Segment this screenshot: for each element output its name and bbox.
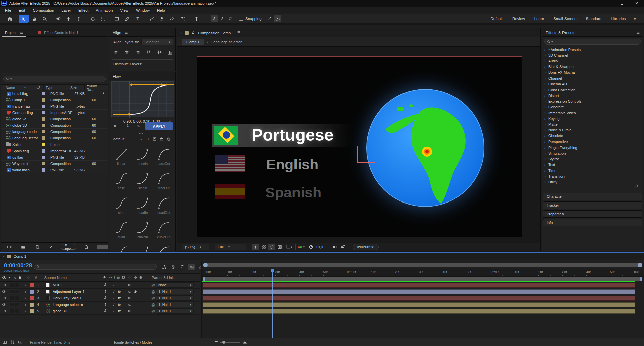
menu-layer[interactable]: Layer — [58, 7, 75, 14]
zoom-dropdown[interactable]: (50%)▾ — [182, 244, 209, 250]
exposure-value[interactable]: +0,0 — [316, 245, 323, 249]
minimize-button[interactable]: – — [600, 0, 614, 7]
rotate-tool[interactable] — [88, 15, 98, 23]
mini-flowchart-icon[interactable] — [161, 264, 168, 270]
preset-sine[interactable]: sine — [111, 196, 132, 215]
project-flowchart-button[interactable] — [97, 245, 108, 249]
language-option-english[interactable]: English — [266, 156, 318, 173]
project-item-spain-flag[interactable]: Spain flagImporterAIDE42 KB — [1, 148, 108, 154]
expander-icon[interactable]: › — [25, 283, 26, 287]
chevron-right-icon[interactable]: › — [544, 174, 548, 178]
home-tool[interactable] — [5, 15, 15, 23]
align-right-button[interactable] — [135, 49, 141, 56]
label-color-swatch[interactable] — [42, 117, 45, 121]
language-option-portugese[interactable]: Portugese — [252, 125, 334, 145]
timeline-tab-close-icon[interactable]: × — [3, 254, 5, 258]
layer-row-language-selector[interactable]: ›4Language selector/fx@1. Null 1▾ — [0, 302, 200, 308]
preset-linear[interactable]: linear — [111, 147, 132, 166]
zoom-fit-icon[interactable] — [214, 340, 218, 344]
label-color-swatch[interactable] — [42, 162, 45, 165]
preset-cubicOut[interactable]: cubicOut — [153, 220, 174, 239]
parent-link-column[interactable]: Parent & Link — [152, 276, 174, 280]
language-option-spanish[interactable]: Spanish — [265, 184, 321, 201]
draft-3d-icon[interactable] — [170, 264, 177, 270]
column-name[interactable]: Name▲ — [1, 85, 34, 90]
delete-item-icon[interactable] — [82, 245, 91, 249]
align-top-button[interactable] — [146, 49, 152, 56]
layer-row-dark-gray-solid-1[interactable]: ›3Dark Gray Solid 1/fx@1. Null 1▾ — [0, 295, 200, 302]
eye-icon[interactable] — [2, 309, 6, 313]
frames-icon[interactable] — [122, 276, 126, 279]
fx-switch-icon[interactable]: fx — [118, 303, 121, 307]
anchor-icon[interactable] — [103, 303, 107, 307]
fx-category-utility[interactable]: ›Utility — [542, 179, 643, 185]
chevron-right-icon[interactable]: › — [544, 65, 548, 69]
fx-category--animation-presets[interactable]: ›* Animation Presets — [542, 47, 643, 52]
project-item-france-flag[interactable]: ▲france flagPNG file…ytes — [1, 103, 108, 110]
fx-category-keying[interactable]: ›Keying — [542, 116, 643, 121]
fx-category-generate[interactable]: ›Generate — [542, 104, 643, 110]
fx-switch-icon[interactable]: fx — [118, 309, 121, 313]
parent-dropdown[interactable]: None▾ — [156, 282, 194, 288]
workspace-small-screen[interactable]: Small Screen — [549, 15, 581, 23]
project-item-comp-1[interactable]: Comp 1Composition60 — [1, 97, 108, 103]
label-color-swatch[interactable] — [42, 130, 45, 133]
align-menu-icon[interactable]: ☰ — [125, 30, 128, 35]
pickwhip-icon[interactable]: @ — [151, 303, 155, 307]
fx-category-plugin-everything[interactable]: ›Plugin Everything — [542, 145, 643, 150]
halfmoon-icon[interactable] — [133, 276, 137, 279]
fx-category-3d-channel[interactable]: ›3D Channel — [542, 52, 643, 58]
adjustment-layer-icon[interactable] — [133, 290, 137, 294]
apply-button[interactable]: APPLY — [145, 122, 173, 130]
video-column-icon[interactable] — [2, 275, 7, 280]
fx-category-audio[interactable]: ›Audio — [542, 58, 643, 64]
panel-properties[interactable]: Properties — [543, 210, 642, 218]
fx-category-blur-sharpen[interactable]: ›Blur & Sharpen — [542, 64, 643, 70]
label-color-swatch[interactable] — [42, 92, 45, 95]
fx-category-matte[interactable]: ›Matte — [542, 121, 643, 127]
layer-row-globe-3d[interactable]: ›5globe 3D/fx@1. Null 1▾ — [0, 308, 200, 315]
dolly-camera-tool[interactable] — [74, 15, 84, 23]
fx-category-perspective[interactable]: ›Perspective — [542, 139, 643, 145]
parent-dropdown[interactable]: 1. Null 1▾ — [156, 295, 194, 301]
interpret-footage-icon[interactable] — [5, 245, 14, 249]
preset-quadOut[interactable]: quadOut — [153, 196, 174, 215]
label-color-swatch[interactable] — [42, 111, 45, 114]
roto-brush-tool[interactable] — [178, 15, 187, 23]
source-name-column[interactable]: Source Name — [44, 276, 67, 280]
clone-stamp-tool[interactable] — [157, 15, 167, 23]
preset-quadIn[interactable]: quadIn — [132, 196, 153, 215]
timeline-search-input[interactable] — [34, 264, 157, 270]
preset-sineIn[interactable]: sineIn — [132, 171, 153, 190]
chevron-right-icon[interactable]: › — [544, 88, 548, 92]
blur-icon[interactable] — [128, 303, 132, 307]
fx-category-noise-grain[interactable]: ›Noise & Grain — [542, 127, 643, 133]
pickwhip-icon[interactable]: @ — [151, 309, 155, 313]
quality-switch-icon[interactable]: / — [113, 296, 114, 300]
blur-icon[interactable] — [128, 309, 132, 313]
column-size[interactable]: Size — [68, 85, 84, 90]
tab-effect-controls[interactable]: Effect Controls Null 1 — [35, 28, 81, 37]
region-of-interest-icon[interactable] — [276, 244, 283, 250]
layer-row-null-1[interactable]: ›1Null 1/@None▾ — [0, 282, 200, 289]
chevron-right-icon[interactable]: › — [544, 99, 548, 103]
menu-animation[interactable]: Animation — [92, 7, 116, 14]
chevron-right-icon[interactable]: › — [544, 94, 548, 98]
position-follow-icon[interactable] — [211, 15, 218, 22]
new-folder-icon[interactable] — [19, 245, 28, 249]
panel-menu-icon[interactable]: ☰ — [20, 30, 23, 35]
chevron-right-icon[interactable]: › — [544, 82, 548, 86]
pickwhip-icon[interactable]: @ — [151, 290, 155, 294]
region-tool[interactable] — [98, 15, 108, 23]
work-area-bar[interactable] — [203, 277, 642, 281]
duration-bar-null-1[interactable] — [203, 283, 635, 288]
lasso-icon[interactable] — [227, 15, 234, 22]
fx-switch-icon[interactable]: fx — [118, 296, 121, 300]
layer-color-swatch[interactable] — [30, 290, 34, 294]
preset-ease[interactable]: ease — [111, 171, 132, 190]
chevron-right-icon[interactable]: › — [544, 169, 548, 173]
blur-icon[interactable] — [128, 296, 132, 300]
project-item-world-map[interactable]: ▲world mapPNG file93 KB — [1, 167, 108, 173]
tab-project[interactable]: Project☰ — [2, 28, 26, 37]
close-button[interactable]: ✕ — [629, 0, 644, 7]
